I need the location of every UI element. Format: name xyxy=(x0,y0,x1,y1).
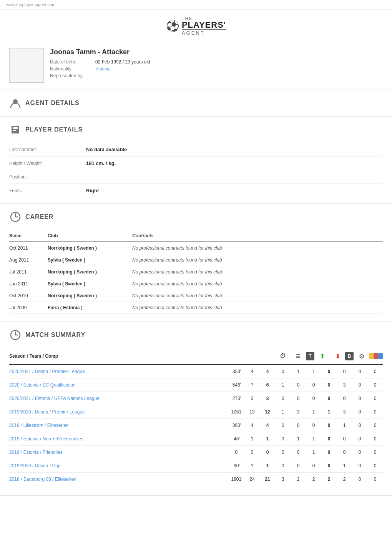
match-col-c7: 1 xyxy=(321,409,337,415)
match-col-c5: 1 xyxy=(291,369,306,374)
match-row: 2019/2020 / Desna / Cup 90'110000100 xyxy=(9,459,383,473)
svg-rect-1 xyxy=(12,126,19,133)
match-col-c4: 0 xyxy=(275,450,291,455)
match-col-c4: 3 xyxy=(275,477,291,482)
match-col-c7: 0 xyxy=(321,450,337,455)
match-season[interactable]: 2020/2021 / Estonia / UEFA Nations Leagu… xyxy=(9,396,229,401)
match-col-c7: 0 xyxy=(321,423,337,428)
match-col-c5: 0 xyxy=(291,450,306,455)
col-header-yellow xyxy=(369,353,374,359)
match-col-c1: 90' xyxy=(229,463,244,468)
match-col-c4: 1 xyxy=(275,409,291,415)
match-col-c3: 6 xyxy=(260,382,275,388)
match-col-c4: 0 xyxy=(275,369,291,374)
match-col-c2: 1 xyxy=(244,436,260,442)
col-header-time: ⏱ xyxy=(275,353,291,360)
match-col-c5: 1 xyxy=(291,436,306,442)
match-season[interactable]: 2019 / Estonia / Friendlies xyxy=(9,450,229,455)
match-col-c4: 0 xyxy=(275,436,291,442)
agent-icon xyxy=(9,97,22,109)
match-col-c6: 1 xyxy=(306,450,321,455)
match-summary-header: MATCH SUMMARY xyxy=(0,322,392,348)
col-header-red xyxy=(374,353,378,359)
agent-details-title: AGENT DETAILS xyxy=(25,100,80,107)
site-url: www.theplayersagent.com xyxy=(0,0,392,10)
match-col-c9: 0 xyxy=(352,369,367,374)
col-header-extra xyxy=(378,353,383,359)
match-season[interactable]: 2019 / Lillestrøm / Eliteserien xyxy=(9,423,229,428)
career-section: CAREER Since Club Contracts Oct 2011 Nor… xyxy=(0,204,392,322)
match-col-c10: 0 xyxy=(367,477,383,482)
match-summary-section: MATCH SUMMARY Season / Team / Comp ⏱ ☰ T… xyxy=(0,322,392,496)
career-header: CAREER xyxy=(0,204,392,230)
match-col-c2: 7 xyxy=(244,382,260,388)
match-col-c8: 1 xyxy=(337,463,352,468)
match-col-c8: 0 xyxy=(337,369,352,374)
match-summary-icon xyxy=(9,329,22,341)
match-col-c5: 0 xyxy=(291,423,306,428)
match-col-c4: 1 xyxy=(275,382,291,388)
match-season[interactable]: 2020/2021 / Desna / Premier League xyxy=(9,369,229,374)
match-col-c10: 0 xyxy=(367,396,383,401)
match-summary-header-row: Season / Team / Comp ⏱ ☰ T ⬆ ⬇ B ⊙ xyxy=(9,348,383,365)
player-header: Joonas Tamm - Attacker Date of birth: 02… xyxy=(0,41,392,90)
match-col-c1: 1051' xyxy=(229,409,244,415)
match-col-c1: 46' xyxy=(229,436,244,442)
player-nationality-row: Nationality: Estonia xyxy=(50,66,383,72)
career-row: Jul 2009 Flora ( Estonia ) No profession… xyxy=(9,302,383,314)
match-col-c1: 353' xyxy=(229,369,244,374)
match-col-c2: 0 xyxy=(244,450,260,455)
logo-text: THE PLAYERS' AGENT xyxy=(182,17,226,35)
match-col-c9: 0 xyxy=(352,396,367,401)
player-info: Joonas Tamm - Attacker Date of birth: 02… xyxy=(50,48,383,83)
match-col-c7: 2 xyxy=(321,477,337,482)
match-col-c8: 0 xyxy=(337,396,352,401)
logo-players: PLAYERS' xyxy=(182,21,226,29)
career-icon xyxy=(9,211,22,223)
match-summary-title: MATCH SUMMARY xyxy=(25,332,85,338)
match-col-c6: 1 xyxy=(306,369,321,374)
player-dob: 02 Feb 1992 / 29 years old xyxy=(95,59,150,65)
match-col-c3: 3 xyxy=(260,396,275,401)
player-name: Joonas Tamm - Attacker xyxy=(50,48,383,56)
match-season[interactable]: 2019/2020 / Desna / Premier League xyxy=(9,409,229,415)
match-col-c6: 0 xyxy=(306,423,321,428)
match-col-c6: 0 xyxy=(306,382,321,388)
position-row: Position: xyxy=(9,170,383,184)
match-row: 2020 / Estonia / EC Qualification 546'76… xyxy=(9,378,383,392)
match-season[interactable]: 2018 / Sarpsborg 08 / Eliteserien xyxy=(9,477,229,482)
match-row: 2019 / Estonia / Friendlies 0'000010000 xyxy=(9,446,383,459)
match-row: 2019/2020 / Desna / Premier League 1051'… xyxy=(9,405,383,419)
match-col-c7: 0 xyxy=(321,369,337,374)
agent-details-header: AGENT DETAILS xyxy=(0,90,392,116)
match-col-c2: 1 xyxy=(244,463,260,468)
match-col-c1: 0' xyxy=(229,450,244,455)
career-row: Oct 2011 Norrköping ( Sweden ) No profes… xyxy=(9,242,383,254)
match-col-c5: 0 xyxy=(291,382,306,388)
match-col-c1: 1801' xyxy=(229,477,244,482)
match-col-c2: 24 xyxy=(244,477,260,482)
player-dob-row: Date of birth: 02 Feb 1992 / 29 years ol… xyxy=(50,59,383,65)
match-season[interactable]: 2020 / Estonia / EC Qualification xyxy=(9,382,229,388)
match-col-c10: 0 xyxy=(367,436,383,442)
match-col-c10: 0 xyxy=(367,382,383,388)
match-col-c9: 0 xyxy=(352,382,367,388)
match-row: 2019 / Estonia / Non-FIFA Friendlies 46'… xyxy=(9,432,383,446)
career-row: Aug 2011 Sylvia ( Sweden ) No profession… xyxy=(9,254,383,266)
match-col-c5: 0 xyxy=(291,396,306,401)
match-row: 2020/2021 / Desna / Premier League 353'4… xyxy=(9,365,383,378)
match-col-c7: 0 xyxy=(321,382,337,388)
match-col-c7: 0 xyxy=(321,436,337,442)
career-row: Oct 2010 Norrköping ( Sweden ) No profes… xyxy=(9,290,383,302)
match-col-c5: 2 xyxy=(291,477,306,482)
match-col-c10: 0 xyxy=(367,409,383,415)
match-col-c3: 12 xyxy=(260,409,275,415)
match-season[interactable]: 2019/2020 / Desna / Cup xyxy=(9,463,229,468)
match-col-c4: 0 xyxy=(275,396,291,401)
match-col-c3: 4 xyxy=(260,423,275,428)
match-col-c6: 2 xyxy=(306,477,321,482)
match-season[interactable]: 2019 / Estonia / Non-FIFA Friendlies xyxy=(9,436,229,442)
match-col-c8: 0 xyxy=(337,450,352,455)
match-col-c9: 0 xyxy=(352,436,367,442)
player-nationality[interactable]: Estonia xyxy=(95,66,111,72)
